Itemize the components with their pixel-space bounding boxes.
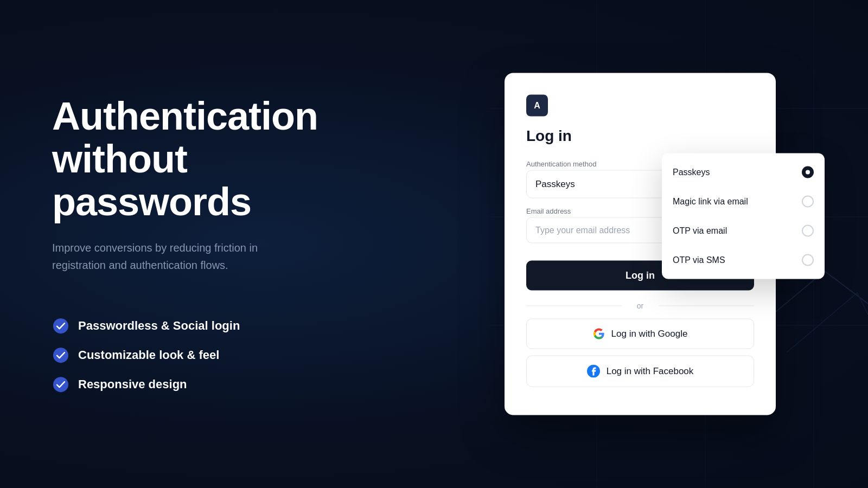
facebook-login-button[interactable]: Log in with Facebook — [526, 356, 754, 387]
facebook-icon — [587, 365, 600, 378]
svg-point-8 — [53, 377, 68, 392]
facebook-login-label: Log in with Facebook — [607, 366, 694, 377]
dropdown-item-otp-sms[interactable]: OTP via SMS — [662, 246, 825, 275]
feature-text-3: Responsive design — [78, 377, 187, 391]
dropdown-label-otp-sms: OTP via SMS — [673, 255, 725, 265]
sub-heading: Improve conversions by reducing friction… — [52, 239, 312, 274]
login-card: A Log in Authentication method Passkeys … — [505, 73, 776, 415]
feature-item-2: Customizable look & feel — [52, 346, 367, 364]
google-icon — [593, 328, 605, 340]
check-icon-1 — [52, 317, 69, 335]
radio-otp-sms — [802, 254, 814, 266]
main-heading: Authentication without passwords — [52, 95, 367, 224]
or-divider: or — [526, 301, 754, 310]
feature-item-3: Responsive design — [52, 376, 367, 393]
svg-point-7 — [53, 348, 68, 363]
feature-text-1: Passwordless & Social login — [78, 319, 240, 333]
radio-magic-link — [802, 196, 814, 208]
auth-method-dropdown: Passkeys Magic link via email OTP via em… — [662, 153, 825, 279]
dropdown-label-passkeys: Passkeys — [673, 168, 710, 177]
radio-passkeys — [802, 166, 814, 178]
radio-otp-email — [802, 225, 814, 237]
check-icon-3 — [52, 376, 69, 393]
dropdown-item-passkeys[interactable]: Passkeys — [662, 158, 825, 187]
login-title: Log in — [526, 127, 754, 145]
feature-list: Passwordless & Social login Customizable… — [52, 317, 367, 393]
google-login-label: Log in with Google — [611, 329, 688, 339]
dropdown-label-magic-link: Magic link via email — [673, 197, 748, 207]
left-panel: Authentication without passwords Improve… — [52, 95, 367, 393]
google-login-button[interactable]: Log in with Google — [526, 319, 754, 349]
check-icon-2 — [52, 346, 69, 364]
feature-text-2: Customizable look & feel — [78, 348, 219, 362]
svg-point-6 — [53, 318, 68, 333]
dropdown-item-magic-link[interactable]: Magic link via email — [662, 187, 825, 216]
feature-item-1: Passwordless & Social login — [52, 317, 367, 335]
right-panel: A Log in Authentication method Passkeys … — [505, 73, 776, 415]
app-icon: A — [526, 95, 548, 117]
dropdown-item-otp-email[interactable]: OTP via email — [662, 216, 825, 246]
dropdown-label-otp-email: OTP via email — [673, 226, 727, 236]
auth-method-value: Passkeys — [535, 179, 575, 190]
